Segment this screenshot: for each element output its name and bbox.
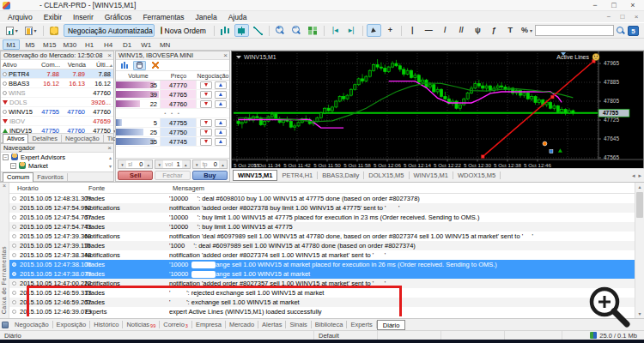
vol-stepper[interactable]: ▾vol1▴ xyxy=(155,159,190,169)
mw-col-ativo[interactable]: Ativo xyxy=(1,61,36,69)
stepper-down-icon[interactable]: ▾ xyxy=(155,160,163,168)
chart-tab-1-petr4-h1[interactable]: PETR4,H1 xyxy=(277,172,318,179)
buy-at-price-button[interactable] xyxy=(215,138,227,146)
tile-windows-button[interactable] xyxy=(306,24,320,37)
zoom-out-button[interactable]: − xyxy=(289,24,304,37)
sell-at-price-button[interactable] xyxy=(200,81,212,89)
tree-expander-icon[interactable]: − xyxy=(10,163,16,169)
dom-orders-view-button[interactable] xyxy=(118,61,131,70)
stepper-up-icon[interactable]: ▴ xyxy=(182,160,190,168)
menu-ferramentas[interactable]: Ferramentas xyxy=(143,13,184,21)
mdi-minimize-button[interactable]: − xyxy=(605,12,613,21)
navigator-header[interactable]: Navegador × xyxy=(1,144,113,153)
journal-col-source[interactable]: Fonte xyxy=(88,184,105,192)
close-button[interactable]: × xyxy=(623,0,642,10)
market-watch-row[interactable]: WINV15477554776047760 xyxy=(1,107,113,117)
zoom-in-button[interactable]: + xyxy=(273,24,288,37)
trendline-tool-button[interactable]: / xyxy=(438,24,453,37)
new-order-button[interactable]: Nova Ordem xyxy=(156,24,210,37)
mw-col-com-[interactable]: Com... xyxy=(36,61,62,69)
minimize-button[interactable]: − xyxy=(586,0,605,10)
tab-detalhes[interactable]: Detalhes xyxy=(28,135,62,142)
scroll-up-icon[interactable]: ▴ xyxy=(109,154,112,160)
bid-row[interactable]: 547755 xyxy=(116,118,229,128)
menu-inserir[interactable]: Inserir xyxy=(73,13,94,21)
toolbox-tab-experts[interactable]: Experts xyxy=(347,321,376,328)
tab-comum[interactable]: Comum xyxy=(3,172,33,182)
tp-stepper[interactable]: ▾tp0▴ xyxy=(192,159,228,169)
toolbox-tab-empresa[interactable]: Empresa xyxy=(192,321,226,328)
timeframe-h4[interactable]: H4 xyxy=(100,39,117,50)
journal-col-message[interactable]: Mensagem xyxy=(173,184,204,192)
timeframe-d1[interactable]: D1 xyxy=(118,39,136,50)
buy-button[interactable]: Buy xyxy=(192,171,228,180)
menu-janela[interactable]: Janela xyxy=(196,13,217,21)
sell-at-price-button[interactable] xyxy=(200,91,212,99)
journal-row[interactable]: 2015.10.05 12:47:38.079Trades'10000 ': e… xyxy=(9,269,635,279)
sell-at-price-button[interactable] xyxy=(200,129,212,136)
market-watch-row[interactable]: PETR47.887.897.88 xyxy=(1,69,113,79)
ask-row[interactable]: 3947765 xyxy=(116,90,229,99)
menu-graficos[interactable]: Gráficos xyxy=(105,13,132,21)
journal-row[interactable]: 2015.10.05 12:46:59.313Trades' ': reject… xyxy=(9,288,635,298)
tree-expander-icon[interactable]: − xyxy=(3,154,9,160)
scrollbar-thumb[interactable] xyxy=(636,192,643,218)
search-icon[interactable] xyxy=(617,27,625,35)
vertical-line-tool-button[interactable]: | xyxy=(405,24,420,37)
price-chart[interactable]: 479654788547805477254764547565477555 Oct… xyxy=(232,51,643,168)
market-watch-row[interactable]: IBOV47659 xyxy=(1,117,113,126)
toolbox-tab-diario[interactable]: Diário xyxy=(377,320,406,330)
journal-row[interactable]: 2015.10.05 12:47:54.743Trades'10000 ': b… xyxy=(9,222,635,232)
buy-at-price-button[interactable] xyxy=(215,81,227,89)
journal-row[interactable]: 2015.10.05 12:47:38.348Notificationsnoti… xyxy=(9,250,635,260)
toolbox-tab-mercado[interactable]: Mercado xyxy=(226,321,258,328)
journal-row[interactable]: 2015.10.05 12:46:39.073Expertsexpert Act… xyxy=(9,307,635,316)
cursor-tool-button[interactable] xyxy=(367,24,381,37)
chart-area[interactable]: 479654788547805477254764547565477555 Oct… xyxy=(231,51,644,168)
auto-trading-button[interactable]: Negociação Automatizada xyxy=(64,24,155,37)
close-icon[interactable]: × xyxy=(107,51,112,60)
chart-tab-0-winv15-m1[interactable]: WINV15,M1 xyxy=(233,170,277,181)
bar-chart-button[interactable] xyxy=(218,24,233,37)
ask-row[interactable]: 3547770 xyxy=(116,81,229,90)
tab-favoritos[interactable]: Favoritos xyxy=(33,173,68,181)
toolbox-tab-alertas[interactable]: Alertas xyxy=(258,321,286,328)
market-watch-column-headers[interactable]: AtivoCom...VendaÚlti...▴ xyxy=(1,60,113,69)
buy-at-price-button[interactable] xyxy=(215,91,227,99)
channel-tool-button[interactable]: // xyxy=(454,24,469,37)
journal-row[interactable]: 2015.10.05 12:48:31.309Trades'10000 ': d… xyxy=(9,194,635,203)
chart-tab-5-wdox15-m5[interactable]: WDOX15,M5 xyxy=(453,172,501,179)
chart-tab-2-bbas3-daily[interactable]: BBAS3,Daily xyxy=(318,172,364,179)
pitchfork-tool-button[interactable]: ψ xyxy=(471,24,485,37)
timeframe-mn[interactable]: MN xyxy=(156,39,173,50)
sell-button[interactable]: Sell xyxy=(118,171,153,180)
toolbox-tab-exposicao[interactable]: Exposição xyxy=(53,321,91,328)
shapes-tool-button[interactable]: %▾ xyxy=(519,24,534,37)
timeframe-m15[interactable]: M15 xyxy=(40,39,59,50)
profiles-button[interactable]: ▾ xyxy=(22,24,39,37)
fibonacci-tool-button[interactable]: ƒ xyxy=(487,24,501,37)
sell-at-price-button[interactable] xyxy=(200,138,212,146)
buy-at-price-button[interactable] xyxy=(215,119,227,127)
stepper-up-icon[interactable]: ▴ xyxy=(219,160,227,168)
dom-header[interactable]: WINV15, IBOVESPA MINI × xyxy=(116,51,229,60)
journal-row[interactable]: 2015.10.05 12:47:54.767Trades'10000 ': b… xyxy=(9,213,635,222)
candle-chart-button[interactable] xyxy=(234,24,249,37)
market-watch-row[interactable]: BBAS316.1216.1316.12 xyxy=(1,79,113,88)
scroll-down-icon[interactable]: ▾ xyxy=(109,163,112,169)
tree-item-expert-advisors[interactable]: −Expert Advisors xyxy=(1,153,113,161)
bid-row[interactable]: 2547750 xyxy=(116,128,229,137)
new-chart-button[interactable]: ▾ xyxy=(3,24,21,37)
chart-tab-3-dolx15-m5[interactable]: DOLX15,M5 xyxy=(364,172,409,179)
toolbox-tab-biblioteca[interactable]: Biblioteca xyxy=(312,321,348,328)
restore-button[interactable]: □ xyxy=(605,0,623,10)
toolbox-tab-correio[interactable]: Correio3 xyxy=(160,321,192,328)
chart-tab-4-winv15-m1[interactable]: WINV15,M1 xyxy=(410,172,453,179)
mdi-restore-button[interactable]: □ xyxy=(618,12,627,21)
journal-row[interactable]: 2015.10.05 12:47:39.116Trades'1000 ': de… xyxy=(9,241,635,250)
journal-column-headers[interactable]: Horário Fonte Mensagem xyxy=(9,183,635,194)
timeframe-m30[interactable]: M30 xyxy=(61,39,80,50)
status-profile[interactable]: Default xyxy=(314,331,378,340)
close-icon[interactable]: × xyxy=(107,144,112,153)
menu-exibir[interactable]: Exibir xyxy=(44,13,62,21)
